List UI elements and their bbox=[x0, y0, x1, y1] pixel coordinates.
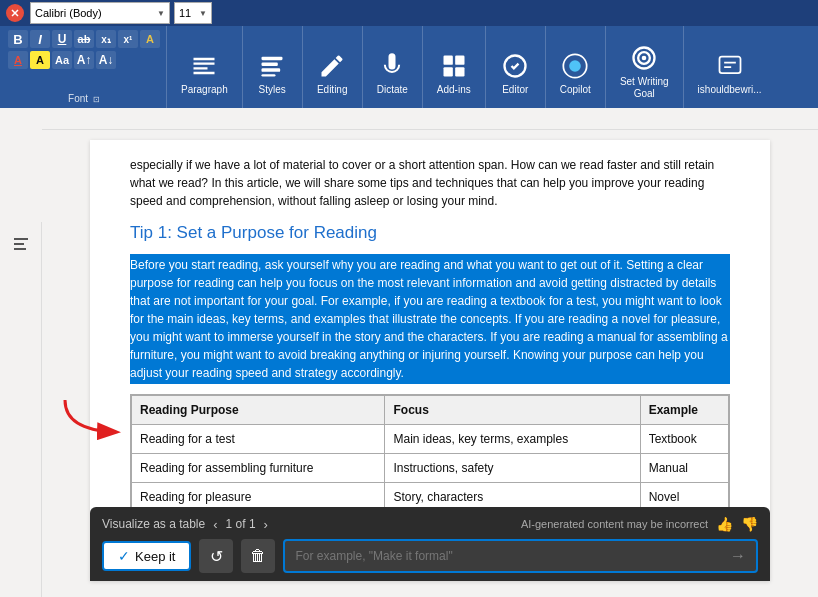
add-ins-group: Add-ins bbox=[423, 26, 486, 108]
svg-rect-10 bbox=[719, 57, 740, 73]
ai-nav-next[interactable]: › bbox=[262, 517, 270, 532]
tip1-body: Before you start reading, ask yourself w… bbox=[130, 254, 730, 384]
copilot-group: Copilot bbox=[546, 26, 606, 108]
thumbs-up-button[interactable]: 👍 bbox=[716, 516, 733, 532]
intro-text: especially if we have a lot of material … bbox=[130, 156, 730, 210]
prompt-input-container[interactable]: For example, "Make it formal" → bbox=[283, 539, 758, 573]
svg-rect-3 bbox=[262, 74, 276, 76]
font-name-selector[interactable]: Calibri (Body) ▼ bbox=[30, 2, 170, 24]
case-button[interactable]: Aa bbox=[52, 51, 72, 69]
send-button[interactable]: → bbox=[730, 547, 746, 565]
writing-goal-label: Set Writing Goal bbox=[620, 76, 669, 100]
styles-group: Styles bbox=[243, 26, 303, 108]
editing-group: Editing bbox=[303, 26, 363, 108]
ai-warning-text: AI-generated content may be incorrect bbox=[521, 516, 708, 533]
svg-rect-6 bbox=[443, 67, 452, 76]
thumbs-down-button[interactable]: 👎 bbox=[741, 516, 758, 532]
svg-rect-0 bbox=[262, 57, 283, 61]
ishouldbewriting-button[interactable]: ishouldbewri... bbox=[692, 44, 768, 104]
bold-button[interactable]: B bbox=[8, 30, 28, 48]
dictate-group: Dictate bbox=[363, 26, 423, 108]
underline-button[interactable]: U bbox=[52, 30, 72, 48]
table-header-purpose: Reading Purpose bbox=[132, 395, 385, 424]
svg-rect-13 bbox=[14, 248, 26, 250]
keep-it-button[interactable]: ✓ Keep it bbox=[102, 541, 191, 571]
table-header-focus: Focus bbox=[385, 395, 640, 424]
shrink-font-button[interactable]: A↓ bbox=[96, 51, 116, 69]
paragraph-group: Paragraph bbox=[167, 26, 243, 108]
ai-page-indicator: 1 of 1 bbox=[226, 515, 256, 533]
ai-toolbar-label: Visualize as a table bbox=[102, 515, 205, 533]
tip1-heading: Tip 1: Set a Purpose for Reading bbox=[130, 220, 730, 246]
svg-rect-1 bbox=[262, 63, 278, 67]
add-ins-button[interactable]: Add-ins bbox=[431, 44, 477, 104]
svg-rect-2 bbox=[262, 68, 281, 72]
strikethrough-button[interactable]: ab bbox=[74, 30, 94, 48]
superscript-button[interactable]: x¹ bbox=[118, 30, 138, 48]
copilot-button[interactable]: Copilot bbox=[554, 44, 597, 104]
svg-point-9 bbox=[569, 60, 581, 72]
svg-rect-5 bbox=[455, 56, 464, 65]
ai-toolbar: Visualize as a table ‹ 1 of 1 › AI-gener… bbox=[90, 507, 770, 581]
grow-font-button[interactable]: A↑ bbox=[74, 51, 94, 69]
ishouldbewriting-group: ishouldbewri... bbox=[684, 26, 776, 108]
table-row: Reading for a test Main ideas, key terms… bbox=[132, 424, 729, 453]
close-button[interactable] bbox=[6, 4, 24, 22]
subscript-button[interactable]: x₁ bbox=[96, 30, 116, 48]
styles-button[interactable]: Styles bbox=[252, 44, 292, 104]
svg-rect-4 bbox=[443, 56, 452, 65]
dictate-button[interactable]: Dictate bbox=[371, 44, 414, 104]
regenerate-button[interactable]: ↺ bbox=[199, 539, 233, 573]
svg-rect-7 bbox=[455, 67, 464, 76]
font-color-button[interactable]: A bbox=[8, 51, 28, 69]
svg-rect-11 bbox=[14, 238, 28, 240]
font-group-label: Font ⊡ bbox=[8, 93, 160, 104]
paragraph-button[interactable]: Paragraph bbox=[175, 44, 234, 104]
text-effects-button[interactable]: A bbox=[140, 30, 160, 48]
italic-button[interactable]: I bbox=[30, 30, 50, 48]
svg-rect-12 bbox=[14, 243, 24, 245]
nav-pane-button[interactable] bbox=[5, 230, 37, 258]
red-arrow bbox=[60, 390, 130, 444]
editing-button[interactable]: Editing bbox=[311, 44, 354, 104]
table-row: Reading for assembling furniture Instruc… bbox=[132, 453, 729, 482]
set-writing-goal-group: Set Writing Goal bbox=[606, 26, 684, 108]
set-writing-goal-button[interactable]: Set Writing Goal bbox=[614, 40, 675, 104]
table-header-example: Example bbox=[640, 395, 728, 424]
ai-nav-prev[interactable]: ‹ bbox=[211, 517, 219, 532]
delete-button[interactable]: 🗑 bbox=[241, 539, 275, 573]
highlight-button[interactable]: A bbox=[30, 51, 50, 69]
editor-button[interactable]: Editor bbox=[495, 44, 535, 104]
reading-purpose-table: Reading Purpose Focus Example Reading fo… bbox=[130, 394, 730, 513]
font-size-selector[interactable]: 11 ▼ bbox=[174, 2, 212, 24]
editor-group: Editor bbox=[486, 26, 546, 108]
prompt-placeholder: For example, "Make it formal" bbox=[295, 547, 726, 565]
